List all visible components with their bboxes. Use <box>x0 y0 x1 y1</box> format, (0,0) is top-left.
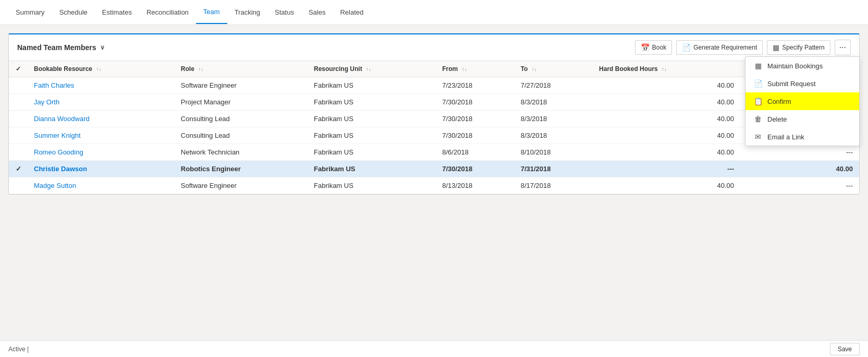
sort-icon-resource: ↑↓ <box>96 66 101 72</box>
top-navigation: Summary Schedule Estimates Reconciliatio… <box>0 0 868 25</box>
menu-label: Email a Link <box>767 133 804 141</box>
row-checkbox[interactable] <box>9 77 28 94</box>
row-from: 7/23/2018 <box>436 77 514 94</box>
card-title: Named Team Members <box>17 43 96 52</box>
header-checkbox-col: ✓ <box>9 61 28 77</box>
header-to[interactable]: To ↑↓ <box>515 61 593 77</box>
row-unit: Fabrikam US <box>308 111 436 127</box>
row-soft-hours: --- <box>740 144 859 161</box>
table-row[interactable]: Madge Sutton Software Engineer Fabrikam … <box>9 177 859 194</box>
menu-label: Maintain Bookings <box>767 62 823 70</box>
team-members-table-container: ✓ Bookable Resource ↑↓ Role ↑↓ Resourcin… <box>9 61 859 194</box>
status-bar: Active | Save <box>0 340 868 357</box>
dropdown-item-email-a-link[interactable]: ✉Email a Link <box>745 128 859 146</box>
book-button[interactable]: 📅 Book <box>635 40 672 55</box>
menu-label: Delete <box>767 115 787 123</box>
resource-link[interactable]: Romeo Gooding <box>34 148 83 156</box>
row-checkbox[interactable] <box>9 111 28 127</box>
table-row[interactable]: Jay Orth Project Manager Fabrikam US 7/3… <box>9 94 859 111</box>
specify-pattern-button[interactable]: ▦ Specify Pattern <box>767 40 830 55</box>
row-hard-hours: 40.00 <box>593 127 740 144</box>
row-to: 8/17/2018 <box>515 177 593 194</box>
nav-related[interactable]: Related <box>333 1 371 23</box>
resource-link[interactable]: Summer Knight <box>34 132 81 139</box>
row-checkbox[interactable] <box>9 94 28 111</box>
row-role: Network Technician <box>175 144 308 161</box>
row-unit: Fabrikam US <box>308 144 436 161</box>
more-options-button[interactable]: ··· <box>835 40 851 55</box>
row-resource: Jay Orth <box>28 94 175 111</box>
header-bookable-resource[interactable]: Bookable Resource ↑↓ <box>28 61 175 77</box>
header-hard-booked-hours[interactable]: Hard Booked Hours ↑↓ <box>593 61 740 77</box>
row-hard-hours: 40.00 <box>593 111 740 127</box>
named-team-members-card: Named Team Members ∨ 📅 Book 📄 Generate R… <box>8 33 860 195</box>
resource-link[interactable]: Madge Sutton <box>34 182 76 189</box>
row-role: Software Engineer <box>175 77 308 94</box>
row-resource: Summer Knight <box>28 127 175 144</box>
table-row[interactable]: ✓ Christie Dawson Robotics Engineer Fabr… <box>9 161 859 177</box>
row-checkbox[interactable] <box>9 127 28 144</box>
status-divider: | <box>27 346 29 353</box>
row-resource: Dianna Woodward <box>28 111 175 127</box>
nav-summary[interactable]: Summary <box>8 1 52 23</box>
row-hard-hours: 40.00 <box>593 77 740 94</box>
row-to: 8/10/2018 <box>515 144 593 161</box>
row-soft-hours: --- <box>740 177 859 194</box>
row-from: 7/30/2018 <box>436 94 514 111</box>
status-text: Active <box>8 346 26 353</box>
header-from[interactable]: From ↑↓ <box>436 61 514 77</box>
status-area: Active | <box>8 346 29 353</box>
dropdown-item-delete[interactable]: 🗑Delete <box>745 110 859 128</box>
resource-link[interactable]: Jay Orth <box>34 98 59 106</box>
row-from: 8/13/2018 <box>436 177 514 194</box>
sort-icon-hard: ↑↓ <box>662 66 667 72</box>
row-resource: Christie Dawson <box>28 161 175 177</box>
dropdown-item-confirm[interactable]: 📋Confirm <box>745 92 859 110</box>
menu-label: Submit Request <box>767 80 816 88</box>
resource-link[interactable]: Dianna Woodward <box>34 115 90 123</box>
card-title-area: Named Team Members ∨ <box>17 43 105 52</box>
nav-reconciliation[interactable]: Reconciliation <box>139 1 196 23</box>
nav-schedule[interactable]: Schedule <box>52 1 95 23</box>
row-to: 8/3/2018 <box>515 127 593 144</box>
row-from: 7/30/2018 <box>436 161 514 177</box>
row-unit: Fabrikam US <box>308 161 436 177</box>
row-to: 8/3/2018 <box>515 111 593 127</box>
row-to: 7/31/2018 <box>515 161 593 177</box>
nav-status[interactable]: Status <box>267 1 301 23</box>
row-checkbox[interactable]: ✓ <box>9 161 28 177</box>
nav-tracking[interactable]: Tracking <box>227 1 267 23</box>
header-resourcing-unit[interactable]: Resourcing Unit ↑↓ <box>308 61 436 77</box>
card-actions: 📅 Book 📄 Generate Requirement ▦ Specify … <box>635 40 851 55</box>
chevron-down-icon[interactable]: ∨ <box>100 44 105 51</box>
nav-team[interactable]: Team <box>196 1 227 24</box>
nav-estimates[interactable]: Estimates <box>95 1 139 23</box>
dropdown-item-maintain-bookings[interactable]: ▦Maintain Bookings <box>745 57 859 75</box>
select-all-checkbox[interactable]: ✓ <box>16 65 21 73</box>
row-checkbox[interactable] <box>9 144 28 161</box>
row-from: 7/30/2018 <box>436 111 514 127</box>
resource-link[interactable]: Faith Charles <box>34 81 74 89</box>
row-role: Project Manager <box>175 94 308 111</box>
row-unit: Fabrikam US <box>308 94 436 111</box>
table-row[interactable]: Summer Knight Consulting Lead Fabrikam U… <box>9 127 859 144</box>
save-button[interactable]: Save <box>830 343 860 355</box>
row-checkbox[interactable] <box>9 177 28 194</box>
sort-icon-unit: ↑↓ <box>366 66 371 72</box>
menu-icon: ✉ <box>754 133 762 141</box>
dropdown-item-submit-request[interactable]: 📄Submit Request <box>745 75 859 92</box>
row-unit: Fabrikam US <box>308 127 436 144</box>
row-soft-hours: 40.00 <box>740 161 859 177</box>
table-row[interactable]: Romeo Gooding Network Technician Fabrika… <box>9 144 859 161</box>
nav-sales[interactable]: Sales <box>301 1 333 23</box>
row-hard-hours: --- <box>593 161 740 177</box>
row-resource: Romeo Gooding <box>28 144 175 161</box>
row-unit: Fabrikam US <box>308 177 436 194</box>
generate-icon: 📄 <box>682 43 691 52</box>
row-unit: Fabrikam US <box>308 77 436 94</box>
table-row[interactable]: Faith Charles Software Engineer Fabrikam… <box>9 77 859 94</box>
generate-requirement-button[interactable]: 📄 Generate Requirement <box>676 40 763 55</box>
header-role[interactable]: Role ↑↓ <box>175 61 308 77</box>
resource-link[interactable]: Christie Dawson <box>34 165 87 173</box>
table-row[interactable]: Dianna Woodward Consulting Lead Fabrikam… <box>9 111 859 127</box>
